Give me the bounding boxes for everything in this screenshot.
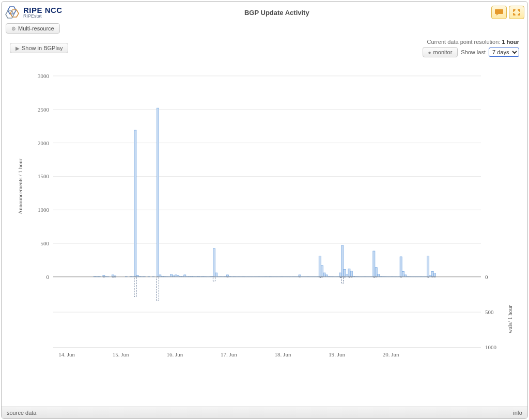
- svg-text:wals/ 1 hour: wals/ 1 hour: [507, 305, 513, 333]
- widget-title: BGP Update Activity: [63, 9, 491, 17]
- svg-rect-35: [112, 275, 114, 277]
- brand-logo[interactable]: RIPE NCC RIPEstat: [5, 5, 63, 20]
- show-in-bgplay-button[interactable]: ▶ Show in BGPlay: [10, 43, 68, 53]
- svg-rect-72: [213, 248, 215, 277]
- svg-rect-129: [341, 245, 344, 277]
- svg-rect-131: [346, 274, 348, 277]
- svg-rect-145: [378, 274, 380, 277]
- monitor-button[interactable]: ● monitor: [423, 47, 458, 57]
- svg-text:14. Jun: 14. Jun: [58, 351, 75, 357]
- svg-rect-144: [375, 268, 377, 277]
- svg-rect-119: [319, 256, 321, 277]
- bgplay-label: Show in BGPlay: [22, 45, 63, 51]
- svg-rect-47: [157, 108, 159, 277]
- brand-line2: RIPEstat: [23, 14, 63, 19]
- resolution-text: Current data point resolution: 1 hour: [427, 39, 519, 45]
- svg-text:1000: 1000: [38, 207, 50, 213]
- speech-bubble-icon: [494, 8, 504, 17]
- toolbar: ⚙ Multi-resource: [2, 21, 527, 34]
- brand-text: RIPE NCC RIPEstat: [23, 6, 63, 19]
- footer: source data info: [2, 407, 527, 418]
- svg-text:1500: 1500: [38, 173, 50, 179]
- source-data-link[interactable]: source data: [7, 410, 36, 416]
- svg-text:0: 0: [485, 274, 488, 280]
- svg-rect-132: [348, 269, 350, 277]
- header-actions: [491, 6, 524, 19]
- svg-rect-55: [175, 275, 177, 277]
- svg-text:500: 500: [41, 240, 50, 246]
- resolution-prefix: Current data point resolution:: [427, 39, 502, 45]
- svg-rect-156: [402, 271, 404, 276]
- multi-resource-button[interactable]: ⚙ Multi-resource: [6, 23, 60, 34]
- svg-rect-40: [134, 130, 136, 277]
- svg-text:0: 0: [46, 274, 50, 280]
- svg-rect-59: [184, 275, 186, 277]
- svg-rect-167: [427, 256, 429, 277]
- svg-text:16. Jun: 16. Jun: [166, 351, 183, 357]
- multi-resource-label: Multi-resource: [18, 25, 54, 32]
- svg-rect-78: [227, 275, 229, 277]
- svg-rect-128: [339, 273, 341, 277]
- svg-rect-157: [404, 275, 407, 277]
- svg-rect-122: [325, 275, 328, 277]
- svg-text:2000: 2000: [38, 140, 50, 146]
- svg-rect-169: [431, 271, 433, 276]
- brand-line1: RIPE NCC: [23, 6, 63, 14]
- svg-text:500: 500: [485, 309, 494, 315]
- svg-text:Announcements / 1 hour: Announcements / 1 hour: [17, 159, 23, 214]
- svg-rect-120: [321, 266, 323, 277]
- hexagon-logo-icon: [5, 5, 21, 20]
- expand-icon: [512, 8, 521, 17]
- show-last-label: Show last: [461, 49, 486, 55]
- svg-text:15. Jun: 15. Jun: [113, 351, 129, 357]
- svg-rect-182: [341, 277, 344, 283]
- svg-rect-73: [215, 273, 217, 277]
- svg-rect-175: [157, 277, 159, 301]
- svg-rect-121: [323, 273, 325, 277]
- chart-area: 0500100015002000250030000500100014. Jun1…: [2, 70, 527, 404]
- controls-row: ▶ Show in BGPlay Current data point reso…: [2, 34, 527, 57]
- info-link[interactable]: info: [513, 410, 522, 416]
- expand-button[interactable]: [509, 6, 524, 19]
- show-last-select[interactable]: 7 days: [489, 48, 519, 57]
- svg-rect-110: [299, 275, 301, 277]
- svg-text:3000: 3000: [38, 73, 50, 79]
- svg-text:20. Jun: 20. Jun: [383, 351, 399, 357]
- svg-rect-133: [350, 271, 352, 277]
- bullet-icon: ●: [428, 50, 431, 55]
- svg-text:17. Jun: 17. Jun: [221, 351, 237, 357]
- svg-text:1000: 1000: [485, 345, 497, 351]
- play-icon: ▶: [15, 45, 20, 51]
- header: RIPE NCC RIPEstat BGP Update Activity: [2, 2, 527, 21]
- svg-text:2500: 2500: [38, 106, 50, 113]
- svg-rect-174: [134, 277, 136, 297]
- resolution-value: 1 hour: [502, 39, 519, 45]
- svg-rect-155: [400, 257, 402, 277]
- svg-rect-53: [170, 274, 173, 277]
- svg-rect-170: [433, 273, 435, 277]
- svg-rect-143: [373, 251, 375, 277]
- gear-icon: ⚙: [11, 26, 16, 32]
- svg-marker-2: [6, 11, 14, 18]
- svg-rect-130: [344, 270, 346, 277]
- monitor-label: monitor: [433, 49, 453, 55]
- svg-rect-48: [159, 275, 161, 277]
- svg-text:19. Jun: 19. Jun: [329, 351, 345, 357]
- comment-button[interactable]: [491, 6, 507, 19]
- controls-right: Current data point resolution: 1 hour ● …: [423, 39, 519, 57]
- svg-rect-176: [213, 277, 215, 281]
- chart-svg[interactable]: 0500100015002000250030000500100014. Jun1…: [2, 70, 527, 404]
- widget-frame: RIPE NCC RIPEstat BGP Update Activity: [1, 1, 528, 419]
- svg-text:18. Jun: 18. Jun: [275, 351, 291, 357]
